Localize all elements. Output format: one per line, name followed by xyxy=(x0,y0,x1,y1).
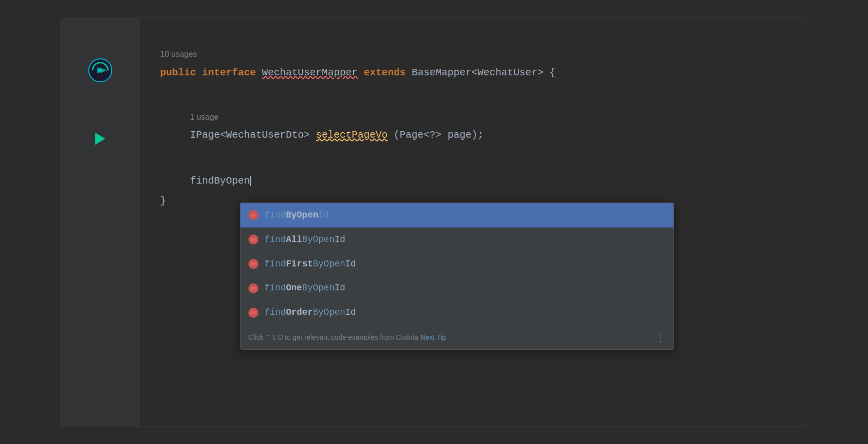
method-icon-5 xyxy=(248,308,258,318)
keyword-interface: interface xyxy=(202,67,256,78)
usages-inner-label: 1 usage xyxy=(190,111,788,124)
basemapper-type: BaseMapper<WechatUser> xyxy=(412,67,543,78)
keyword-public: public xyxy=(160,67,196,78)
usages-top-label: 10 usages xyxy=(160,48,788,61)
editor-gutter xyxy=(60,18,140,426)
find-input-text: findByOpen xyxy=(190,175,250,187)
keyword-extends: extends xyxy=(364,67,406,78)
autocomplete-item-3[interactable]: findFirstByOpenId xyxy=(240,252,673,276)
method-selectpagevo: selectPageVo xyxy=(316,129,388,141)
tooltip-text: Click ⌃⇧O to get relevant code examples … xyxy=(248,332,419,343)
open-brace: { xyxy=(549,67,555,78)
close-brace: } xyxy=(160,195,166,207)
method-icon-3 xyxy=(248,259,258,269)
item-5-prefix: findOrderByOpenId xyxy=(264,305,356,320)
item-3-prefix: findFirstByOpenId xyxy=(264,257,356,271)
text-cursor xyxy=(250,176,251,186)
next-tip-button[interactable]: Next Tip xyxy=(421,332,446,343)
codota-icon[interactable] xyxy=(88,58,113,83)
code-line-2: IPage<WechatUserDto> selectPageVo (Page<… xyxy=(190,127,788,143)
autocomplete-item-1[interactable]: findByOpenId xyxy=(240,203,673,227)
method-icon-4 xyxy=(248,283,258,293)
method-icon-1 xyxy=(248,210,258,220)
autocomplete-item-5[interactable]: findOrderByOpenId xyxy=(240,300,673,325)
method-params: (Page<?> page); xyxy=(394,129,483,141)
code-area: 10 usages public interface WechatUserMap… xyxy=(140,18,808,426)
autocomplete-dropdown: findByOpenId findAllByOpenId findFirstBy… xyxy=(240,203,674,350)
item-4-prefix: findOneByOpenId xyxy=(264,281,345,295)
run-icon[interactable] xyxy=(95,133,105,145)
item-1-prefix: findByOpenId xyxy=(264,208,329,222)
class-name-wechat: WechatUserMapper xyxy=(262,67,358,78)
code-line-3: findByOpen xyxy=(190,173,788,189)
method-icon-2 xyxy=(248,234,258,244)
ipage-type: IPage<WechatUserDto> xyxy=(190,129,310,141)
autocomplete-item-4[interactable]: findOneByOpenId xyxy=(240,276,673,300)
tooltip-bar: Click ⌃⇧O to get relevant code examples … xyxy=(240,325,673,349)
autocomplete-item-2[interactable]: findAllByOpenId xyxy=(240,227,673,252)
item-2-prefix: findAllByOpenId xyxy=(264,232,345,247)
more-options-button[interactable]: ⋮ xyxy=(655,329,665,345)
editor-window: 10 usages public interface WechatUserMap… xyxy=(60,17,808,427)
code-line-1: public interface WechatUserMapper extend… xyxy=(160,65,788,81)
